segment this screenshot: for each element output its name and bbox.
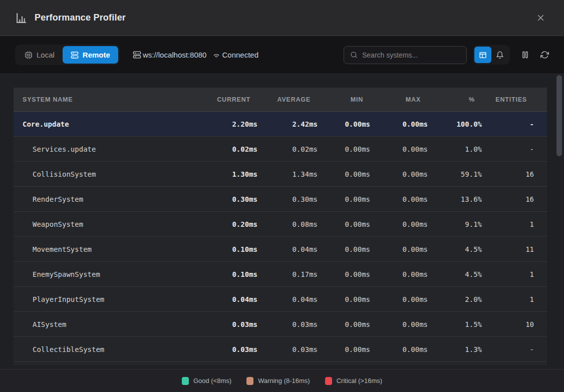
cell-percent: 59.1% [428,170,482,178]
cell-percent: 4.5% [428,270,482,278]
table-row[interactable]: PlayerInputSystem 0.04ms 0.04ms 0.00ms 0… [14,287,547,312]
cell-average: 2.42ms [257,120,318,128]
cell-entities: - [482,345,534,353]
cell-average: 0.04ms [257,245,318,253]
local-button[interactable]: Local [17,46,63,64]
table-row[interactable]: RenderSystem 0.30ms 0.30ms 0.00ms 0.00ms… [14,187,547,212]
cell-min: 0.00ms [318,295,370,303]
cell-percent: 1.0% [428,145,482,153]
cell-system-name: AISystem [14,320,202,328]
cell-min: 0.00ms [318,145,370,153]
cell-system-name: Services.update [14,145,202,153]
good-swatch-icon [182,377,189,385]
remote-button-label: Remote [83,51,110,59]
main-content: SYSTEM NAME CURRENT AVERAGE MIN MAX % EN… [0,74,564,369]
cell-min: 0.00ms [318,245,370,253]
cell-average: 0.02ms [257,145,318,153]
legend-item-good: Good (<8ms) [182,377,231,385]
table-row[interactable]: AISystem 0.03ms 0.03ms 0.00ms 0.00ms 1.5… [14,312,547,337]
column-header-percent: % [428,96,482,103]
legend-label: Warning (8-16ms) [258,377,310,384]
table-body: Core.update 2.20ms 2.42ms 0.00ms 0.00ms … [14,112,547,362]
cell-entities: - [482,145,534,153]
search-input[interactable] [362,51,460,59]
cell-system-name: CollectibleSystem [14,345,202,353]
cell-average: 0.08ms [257,220,318,228]
column-header-max: MAX [370,96,428,103]
cell-current: 0.03ms [202,320,257,328]
table-row[interactable]: Core.update 2.20ms 2.42ms 0.00ms 0.00ms … [14,112,547,137]
connection-status-label: Connected [222,51,258,59]
cell-entities: 1 [482,295,534,303]
connection-url: ws://localhost:8080 [133,51,207,59]
cell-system-name: EnemySpawnSystem [14,270,202,278]
refresh-button[interactable] [540,51,549,59]
pause-button[interactable] [521,51,529,59]
page-title: Performance Profiler [35,13,126,23]
cell-current: 0.04ms [202,295,257,303]
cell-system-name: RenderSystem [14,195,202,203]
wifi-icon [212,51,220,59]
cell-current: 0.02ms [202,145,257,153]
table-row[interactable]: WeaponSystem 0.20ms 0.08ms 0.00ms 0.00ms… [14,212,547,237]
ws-url-label: ws://localhost:8080 [143,51,207,59]
cell-current: 0.20ms [202,220,257,228]
legend-label: Good (<8ms) [193,377,231,384]
cell-percent: 9.1% [428,220,482,228]
search-icon [350,51,358,59]
cell-current: 0.03ms [202,345,257,353]
cell-current: 1.30ms [202,170,257,178]
cell-entities: - [482,120,534,128]
server-icon [133,51,141,59]
column-header-current: CURRENT [202,96,257,103]
warning-swatch-icon [246,377,253,385]
pause-icon [521,51,529,59]
cell-max: 0.00ms [370,145,428,153]
cell-current: 2.20ms [202,120,257,128]
cell-average: 0.03ms [257,320,318,328]
cell-entities: 16 [482,170,534,178]
bar-chart-icon [15,12,28,24]
performance-profiler-window: Performance Profiler Local [0,0,564,392]
cell-system-name: WeaponSystem [14,220,202,228]
table-row[interactable]: CollisionSystem 1.30ms 1.34ms 0.00ms 0.0… [14,162,547,187]
close-button[interactable] [532,10,549,26]
cell-max: 0.00ms [370,295,428,303]
cell-min: 0.00ms [318,120,370,128]
column-header-min: MIN [318,96,370,103]
table-row[interactable]: CollectibleSystem 0.03ms 0.03ms 0.00ms 0… [14,337,547,362]
cell-max: 0.00ms [370,345,428,353]
cell-percent: 13.6% [428,195,482,203]
cell-average: 0.17ms [257,270,318,278]
column-header-average: AVERAGE [257,96,318,103]
cell-entities: 16 [482,195,534,203]
refresh-icon [540,51,549,59]
cell-system-name: CollisionSystem [14,170,202,178]
scrollbar-thumb[interactable] [556,75,562,156]
cell-min: 0.00ms [318,345,370,353]
remote-button[interactable]: Remote [63,46,118,64]
search-box [344,46,467,64]
cell-entities: 1 [482,270,534,278]
legend-item-critical: Critical (>16ms) [325,377,382,385]
cell-min: 0.00ms [318,320,370,328]
cell-max: 0.00ms [370,170,428,178]
cell-percent: 100.0% [428,120,482,128]
notifications-button[interactable] [491,47,508,63]
cell-entities: 11 [482,245,534,253]
cell-percent: 1.3% [428,345,482,353]
window-header: Performance Profiler [0,0,564,36]
cell-average: 0.04ms [257,295,318,303]
table-row[interactable]: Services.update 0.02ms 0.02ms 0.00ms 0.0… [14,137,547,162]
cell-max: 0.00ms [370,245,428,253]
table-row[interactable]: MovementSystem 0.10ms 0.04ms 0.00ms 0.00… [14,237,547,262]
server-icon [71,51,79,59]
cell-system-name: MovementSystem [14,245,202,253]
cell-min: 0.00ms [318,195,370,203]
cell-current: 0.10ms [202,245,257,253]
cell-percent: 1.5% [428,320,482,328]
table-view-button[interactable] [474,47,491,63]
table-row[interactable]: EnemySpawnSystem 0.10ms 0.17ms 0.00ms 0.… [14,262,547,287]
legend-item-warning: Warning (8-16ms) [246,377,310,385]
cell-average: 0.03ms [257,345,318,353]
